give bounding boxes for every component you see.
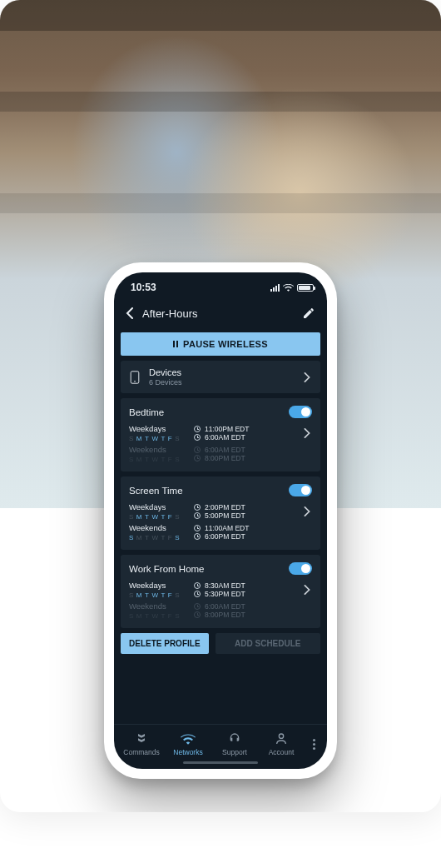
add-schedule-button[interactable]: ADD SCHEDULE [216, 633, 320, 654]
schedule-block[interactable]: WeekendsSMTWTFS11:00AM EDT6:00PM EDT [129, 523, 312, 541]
day-strip: SMTWTFS [129, 435, 194, 442]
schedule-title: Bedtime [129, 407, 164, 417]
time-line: 6:00PM EDT [194, 532, 300, 541]
day-strip: SMTWTFS [129, 612, 194, 620]
chevron-right-icon [302, 372, 312, 382]
pause-label: PAUSE WIRELESS [183, 339, 268, 349]
schedule-toggle[interactable] [289, 406, 312, 418]
commands-icon [134, 732, 149, 746]
wifi-icon [283, 284, 294, 292]
time-text: 6:00AM EDT [205, 602, 245, 611]
day-strip: SMTWTFS [129, 513, 194, 521]
schedule-title: Work From Home [129, 564, 205, 574]
back-button[interactable] [122, 306, 137, 321]
devices-title: Devices [149, 367, 294, 377]
time-line: 11:00PM EDT [194, 425, 300, 433]
clock-icon [194, 504, 201, 511]
time-text: 8:00PM EDT [205, 454, 245, 462]
schedule-toggle[interactable] [289, 562, 312, 575]
clock-icon [194, 591, 201, 597]
action-row: DELETE PROFILE ADD SCHEDULE [121, 633, 320, 654]
tab-label: Account [269, 748, 295, 756]
schedule-toggle[interactable] [289, 484, 312, 496]
day-strip: SMTWTFS [129, 534, 194, 541]
schedule-panel: Screen TimeWeekdaysSMTWTFS2:00PM EDT5:00… [121, 476, 320, 550]
schedule-block[interactable]: WeekdaysSMTWTFS2:00PM EDT5:00PM EDT [129, 502, 312, 521]
tab-label: Networks [173, 748, 202, 756]
time-line: 6:00AM EDT [194, 433, 300, 441]
status-time: 10:53 [131, 282, 156, 293]
promo-card: 10:53 After-Hours PAUS [0, 0, 441, 812]
pause-icon [173, 341, 178, 347]
schedule-block: WeekendsSMTWTFS6:00AM EDT8:00PM EDT [129, 445, 312, 463]
block-label: Weekdays [129, 581, 194, 590]
signal-icon [270, 284, 280, 292]
nav-bar: After-Hours [114, 297, 327, 332]
schedule-block: WeekendsSMTWTFS6:00AM EDT8:00PM EDT [129, 601, 312, 620]
schedule-block[interactable]: WeekdaysSMTWTFS11:00PM EDT6:00AM EDT [129, 424, 312, 442]
clock-icon [194, 434, 201, 441]
chevron-right-icon [302, 428, 312, 438]
time-text: 8:30AM EDT [205, 581, 245, 590]
tab-label: Support [222, 748, 247, 756]
schedule-header: Screen Time [129, 484, 312, 496]
time-line: 11:00AM EDT [194, 524, 300, 532]
clock-icon [194, 455, 201, 461]
delete-profile-button[interactable]: DELETE PROFILE [121, 633, 209, 654]
time-text: 2:00PM EDT [205, 503, 245, 511]
home-indicator [183, 761, 258, 764]
devices-row[interactable]: Devices 6 Devices [129, 367, 312, 387]
time-text: 11:00AM EDT [205, 524, 249, 532]
time-line: 6:00AM EDT [194, 602, 300, 611]
schedule-title: Screen Time [129, 486, 183, 496]
tab-account[interactable]: Account [259, 732, 304, 756]
time-line: 5:30PM EDT [194, 590, 300, 598]
phone-screen: 10:53 After-Hours PAUS [114, 272, 327, 769]
block-label: Weekends [129, 445, 194, 454]
tab-label: Commands [123, 748, 159, 756]
time-line: 8:30AM EDT [194, 581, 300, 590]
schedule-block[interactable]: WeekdaysSMTWTFS8:30AM EDT5:30PM EDT [129, 581, 312, 599]
networks-icon [181, 732, 196, 746]
tab-support[interactable]: Support [212, 732, 257, 756]
clock-icon [194, 512, 201, 519]
chevron-right-icon [302, 585, 312, 595]
clock-icon [194, 446, 201, 453]
schedule-header: Work From Home [129, 562, 312, 575]
time-line: 2:00PM EDT [194, 503, 300, 511]
svg-point-1 [134, 381, 136, 382]
pause-wireless-button[interactable]: PAUSE WIRELESS [121, 332, 320, 356]
tab-networks[interactable]: Networks [166, 732, 211, 756]
clock-icon [194, 426, 201, 432]
devices-subtitle: 6 Devices [149, 378, 294, 387]
clock-icon [194, 611, 201, 618]
clock-icon [194, 533, 201, 540]
edit-button[interactable] [302, 307, 315, 320]
battery-icon [297, 284, 314, 292]
svg-point-2 [279, 734, 283, 738]
clock-icon [194, 582, 201, 589]
chevron-right-icon [302, 506, 312, 516]
time-line: 8:00PM EDT [194, 454, 300, 462]
time-line: 6:00AM EDT [194, 446, 300, 454]
time-text: 8:00PM EDT [205, 611, 245, 619]
block-label: Weekdays [129, 424, 194, 433]
block-label: Weekends [129, 523, 194, 532]
time-line: 8:00PM EDT [194, 611, 300, 619]
time-text: 6:00AM EDT [205, 446, 245, 454]
day-strip: SMTWTFS [129, 591, 194, 599]
schedule-header: Bedtime [129, 406, 312, 418]
day-strip: SMTWTFS [129, 456, 194, 463]
content-area: PAUSE WIRELESS Devices 6 Devices Bedtime… [114, 332, 327, 724]
time-text: 5:00PM EDT [205, 511, 245, 520]
time-text: 5:30PM EDT [205, 590, 245, 598]
device-icon [129, 371, 141, 384]
tab-commands[interactable]: Commands [119, 732, 164, 756]
schedule-panel: Work From HomeWeekdaysSMTWTFS8:30AM EDT5… [121, 555, 320, 628]
time-line: 5:00PM EDT [194, 511, 300, 520]
more-button[interactable] [305, 739, 322, 750]
time-text: 6:00PM EDT [205, 532, 245, 541]
account-icon [274, 732, 289, 746]
block-label: Weekdays [129, 502, 194, 511]
block-label: Weekends [129, 601, 194, 611]
